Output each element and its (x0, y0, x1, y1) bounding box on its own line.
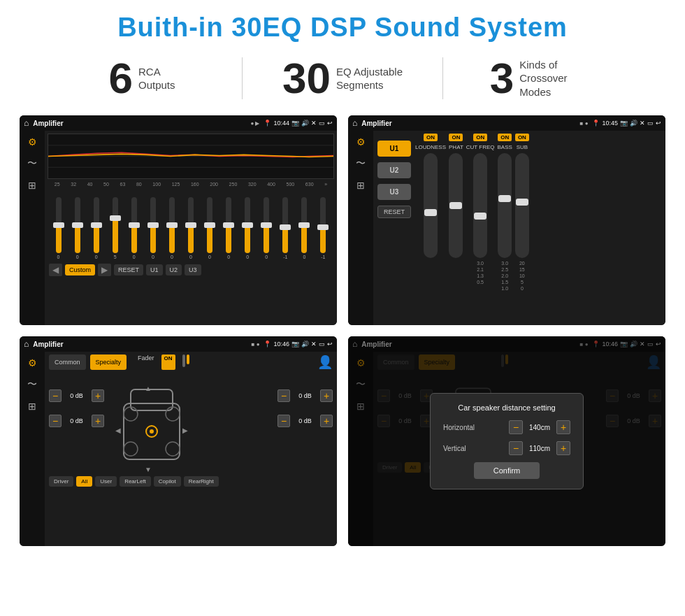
right-minus-btn-1[interactable]: − (277, 389, 290, 402)
right-plus-btn-1[interactable]: + (320, 389, 333, 402)
left-db-row-2: − 0 dB + (49, 415, 104, 427)
right-db-val-1: 0 dB (293, 392, 317, 399)
crossover-side-icons: ⚙ 〜 ⊞ (348, 131, 373, 325)
crossover-battery-icon: ▭ (647, 120, 654, 127)
eq-slider-15[interactable]: -1 (317, 197, 329, 259)
loudness-label: LOUDNESS (415, 144, 446, 150)
left-minus-btn-2[interactable]: − (49, 415, 62, 427)
left-db-val-2: 0 dB (64, 417, 89, 424)
u3-button[interactable]: U3 (377, 184, 411, 200)
eq-app-title: Amplifier (33, 120, 246, 127)
left-db-controls: − 0 dB + − 0 dB + (49, 375, 104, 476)
left-plus-btn-1[interactable]: + (92, 389, 104, 402)
loudness-col: ON LOUDNESS (415, 134, 446, 258)
crossover-side-icon-2[interactable]: 〜 (356, 157, 366, 170)
speaker-bottom-controls: Driver All User RearLeft Copilot RearRig… (49, 476, 333, 487)
vertical-minus-btn[interactable]: − (509, 441, 523, 455)
camera-icon: 📷 (291, 120, 299, 127)
horizontal-row: Horizontal − 140cm + (443, 420, 570, 434)
eq-slider-8[interactable]: 0 (185, 197, 196, 259)
horizontal-label: Horizontal (443, 424, 475, 431)
crossover-sliders-area: ON LOUDNESS ON PHAT (415, 134, 661, 322)
specialty-tab[interactable]: Specialty (90, 354, 127, 370)
eq-reset-btn[interactable]: RESET (114, 264, 143, 275)
horizontal-minus-btn[interactable]: − (509, 420, 523, 434)
vertical-plus-btn[interactable]: + (556, 441, 570, 455)
right-db-val-2: 0 dB (293, 417, 317, 424)
common-tab[interactable]: Common (49, 354, 86, 370)
speaker-side-icon-1[interactable]: ⚙ (28, 357, 37, 368)
sub-label: SUB (517, 144, 528, 150)
loudness-slider[interactable] (424, 153, 438, 258)
phat-label: PHAT (449, 144, 463, 150)
left-minus-btn-1[interactable]: − (49, 389, 62, 402)
eq-slider-11[interactable]: 0 (242, 197, 253, 259)
phat-slider[interactable] (449, 153, 463, 258)
speaker-home-icon: ⌂ (24, 339, 29, 349)
u2-button[interactable]: U2 (377, 162, 411, 178)
eq-custom-btn[interactable]: Custom (65, 264, 95, 275)
crossover-reset-btn[interactable]: RESET (377, 206, 411, 218)
confirm-button[interactable]: Confirm (474, 462, 540, 479)
copilot-btn[interactable]: Copilot (154, 476, 181, 487)
crossover-side-icon-1[interactable]: ⚙ (356, 136, 366, 148)
eq-prev-btn[interactable]: ◀ (49, 264, 62, 276)
bass-slider[interactable] (498, 153, 512, 258)
eq-slider-2[interactable]: 0 (72, 197, 83, 259)
svg-text:▼: ▼ (145, 466, 152, 473)
speaker-app-title: Amplifier (33, 341, 247, 348)
horizontal-plus-btn[interactable]: + (556, 420, 570, 434)
speaker-screen-body: ⚙ 〜 ⊞ Common Specialty Fader ON 👤 (20, 352, 337, 546)
driver-btn[interactable]: Driver (49, 476, 73, 487)
eq-slider-14[interactable]: 0 (298, 197, 310, 259)
crossover-side-icon-3[interactable]: ⊞ (356, 180, 365, 191)
crossover-camera-icon: 📷 (620, 120, 628, 127)
bass-on: ON (498, 134, 512, 141)
svg-point-8 (124, 442, 138, 456)
eq-slider-10[interactable]: 0 (223, 197, 234, 259)
eq-side-icon-1[interactable]: ⚙ (28, 136, 37, 148)
eq-side-icon-2[interactable]: 〜 (27, 157, 37, 170)
eq-u3-btn[interactable]: U3 (185, 264, 201, 275)
fader-on-badge: ON (161, 354, 175, 370)
sub-slider[interactable] (515, 153, 529, 258)
eq-slider-1[interactable]: 0 (53, 197, 64, 259)
svg-point-7 (166, 407, 180, 421)
eq-slider-5[interactable]: 0 (129, 197, 140, 259)
distance-dialog: Car speaker distance setting Horizontal … (430, 393, 584, 489)
eq-slider-4[interactable]: 5 (110, 197, 121, 259)
bass-label: BASS (498, 144, 512, 150)
right-minus-btn-2[interactable]: − (277, 415, 290, 427)
vertical-control: − 110cm + (509, 441, 570, 455)
user-btn[interactable]: User (95, 476, 117, 487)
left-db-val-1: 0 dB (64, 392, 89, 399)
rearright-btn[interactable]: RearRight (184, 476, 219, 487)
eq-slider-9[interactable]: 0 (204, 197, 215, 259)
eq-slider-7[interactable]: 0 (166, 197, 178, 259)
eq-slider-3[interactable]: 0 (91, 197, 102, 259)
cutfreq-on: ON (473, 134, 487, 141)
eq-next-btn[interactable]: ▶ (98, 264, 111, 276)
eq-u1-btn[interactable]: U1 (146, 264, 163, 275)
eq-slider-13[interactable]: -1 (280, 197, 291, 259)
rearleft-btn[interactable]: RearLeft (120, 476, 151, 487)
right-plus-btn-2[interactable]: + (320, 415, 333, 427)
all-btn[interactable]: All (76, 476, 92, 487)
speaker-side-icon-2[interactable]: 〜 (27, 378, 37, 391)
eq-slider-12[interactable]: 0 (261, 197, 272, 259)
speaker-side-icon-3[interactable]: ⊞ (28, 401, 36, 412)
left-plus-btn-2[interactable]: + (92, 415, 104, 427)
crossover-main-content: U1 U2 U3 RESET ON LOUDNESS (373, 131, 665, 325)
u1-button[interactable]: U1 (377, 141, 411, 157)
eq-u2-btn[interactable]: U2 (166, 264, 182, 275)
svg-point-9 (166, 442, 180, 456)
eq-slider-6[interactable]: 0 (147, 197, 159, 259)
speaker-main-content: Common Specialty Fader ON 👤 − (45, 352, 337, 546)
stat-eq: 30 EQ AdjustableSegments (243, 57, 442, 100)
person-icon[interactable]: 👤 (317, 354, 333, 370)
cutfreq-slider[interactable] (473, 153, 487, 258)
crossover-location-icon: 📍 (592, 120, 600, 127)
screenshot-dialog: ⌂ Amplifier ■ ● 📍 10:46 📷 🔊 ✕ ▭ ↩ ⚙ 〜 ⊞ … (348, 336, 665, 546)
horizontal-value: 140cm (526, 424, 554, 431)
eq-side-icon-3[interactable]: ⊞ (28, 180, 36, 191)
